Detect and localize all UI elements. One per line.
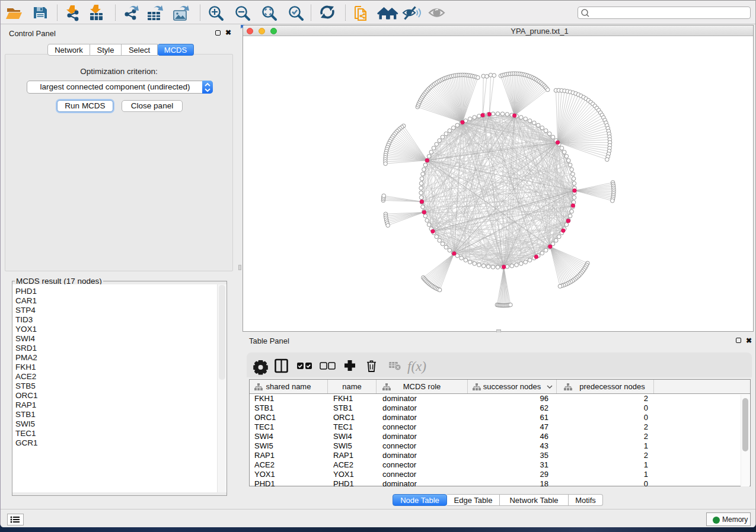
svg-text:f(x): f(x) (407, 359, 426, 374)
